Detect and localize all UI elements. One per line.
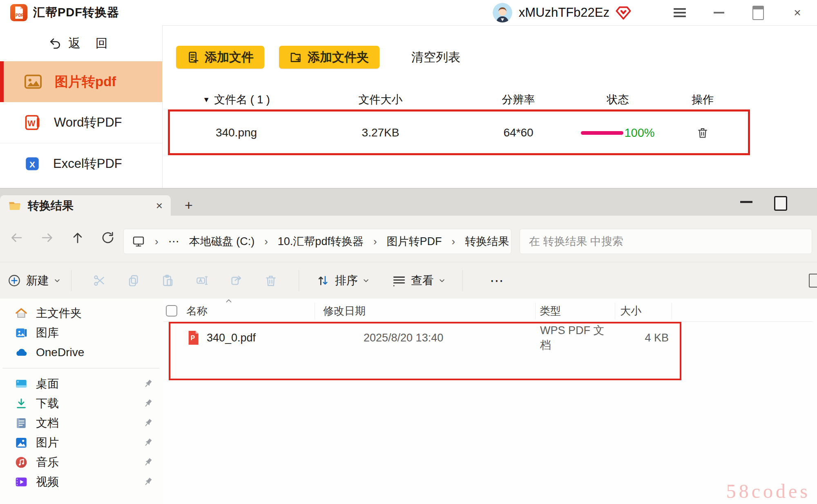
sidebar-item-pictures[interactable]: 图片	[0, 433, 163, 453]
svg-text:P: P	[191, 335, 195, 341]
delete-row-button[interactable]	[696, 127, 709, 139]
column-filename[interactable]: ▼ 文件名 ( 1 )	[168, 92, 305, 107]
details-pane-button[interactable]	[809, 274, 817, 288]
nav-refresh-button[interactable]	[100, 230, 115, 245]
file-type: WPS PDF 文档	[535, 323, 615, 352]
desktop-icon	[15, 377, 28, 390]
more-options-button[interactable]: ⋯	[490, 272, 505, 289]
select-all-checkbox[interactable]	[166, 305, 177, 317]
file-date: 2025/8/20 13:40	[315, 332, 535, 344]
file-row[interactable]: P 340_0.pdf 2025/8/20 13:40 WPS PDF 文档 4…	[163, 323, 813, 352]
excel-icon: X	[24, 155, 41, 172]
view-lines-icon	[392, 274, 406, 288]
close-button[interactable]: ×	[778, 0, 817, 25]
menu-button[interactable]	[660, 0, 699, 25]
sidebar-item-label: 主文件夹	[36, 306, 82, 321]
tab-close-icon[interactable]: ×	[156, 199, 163, 212]
onedrive-cloud-icon	[15, 346, 28, 359]
file-explorer-window: 转换结果 × +	[0, 188, 817, 504]
vip-badge-icon[interactable]	[615, 4, 632, 21]
pdf-converter-window: PDF 汇帮PDF转换器 xMUzhTFb22Ez	[0, 0, 817, 188]
nav-up-button[interactable]	[70, 230, 85, 245]
column-date-modified[interactable]: 修改日期	[315, 303, 535, 319]
column-action[interactable]: 操作	[655, 92, 750, 107]
gallery-icon	[15, 326, 28, 339]
table-row[interactable]: 340.png 3.27KB 64*60 100%	[168, 111, 750, 154]
tab-conversion-results[interactable]: 转换结果 ×	[0, 195, 171, 216]
svg-text:W: W	[28, 119, 36, 128]
new-tab-button[interactable]: +	[180, 196, 198, 214]
clear-list-button[interactable]: 清空列表	[411, 49, 460, 66]
explorer-minimize-button[interactable]	[740, 201, 752, 203]
divider	[2, 368, 159, 368]
address-bar[interactable]: › ⋯ 本地磁盘 (C:) › 10.汇帮pdf转换器 › 图片转PDF › 转…	[123, 229, 511, 254]
progress-bar	[581, 131, 623, 135]
column-status[interactable]: 状态	[580, 92, 655, 107]
chevron-right-icon: ›	[373, 235, 377, 248]
rename-icon	[196, 274, 209, 287]
minimize-button[interactable]	[699, 0, 739, 25]
document-icon	[15, 417, 28, 430]
nav-back-button[interactable]	[9, 230, 24, 245]
back-button[interactable]: 返 回	[0, 25, 162, 61]
sidebar-item-desktop[interactable]: 桌面	[0, 374, 163, 394]
delete-button	[254, 274, 288, 287]
column-type[interactable]: 类型	[535, 303, 615, 319]
add-file-icon	[187, 51, 200, 64]
user-avatar[interactable]	[493, 3, 512, 22]
column-name[interactable]: 名称	[163, 304, 315, 318]
this-pc-icon[interactable]	[132, 235, 145, 248]
breadcrumb-overflow[interactable]: ⋯	[168, 235, 179, 248]
explorer-body: 主文件夹 图库 OneDrive	[0, 299, 817, 504]
sidebar-item-documents[interactable]: 文档	[0, 413, 163, 433]
file-list: 名称 修改日期 类型 大小 P 340_0.pdf 2025/8/20 13:4…	[163, 299, 817, 504]
breadcrumb-item-app-folder[interactable]: 10.汇帮pdf转换器	[278, 234, 364, 249]
sidebar-item-home[interactable]: 主文件夹	[0, 303, 163, 323]
sidebar-item-word-to-pdf[interactable]: W Word转PDF	[0, 102, 162, 143]
row-resolution: 64*60	[456, 126, 580, 139]
pin-icon	[142, 398, 154, 409]
pdf-file-icon: P	[186, 330, 200, 346]
paste-icon	[161, 274, 174, 287]
sidebar-item-downloads[interactable]: 下载	[0, 394, 163, 413]
sidebar-item-label: OneDrive	[36, 346, 84, 359]
app-logo-icon: PDF	[10, 4, 27, 21]
sidebar-item-gallery[interactable]: 图库	[0, 323, 163, 343]
breadcrumb-item-image-to-pdf[interactable]: 图片转PDF	[387, 234, 442, 249]
search-input[interactable]: 在 转换结果 中搜索	[520, 229, 812, 254]
explorer-navrow: › ⋯ 本地磁盘 (C:) › 10.汇帮pdf转换器 › 图片转PDF › 转…	[0, 216, 817, 262]
add-folder-button[interactable]: 添加文件夹	[279, 46, 379, 69]
sort-label: 排序	[335, 273, 358, 288]
view-button[interactable]: 查看	[392, 273, 445, 288]
maximize-button[interactable]	[739, 0, 778, 25]
sidebar-item-image-to-pdf[interactable]: 图片转pdf	[0, 61, 162, 102]
breadcrumb-item-drive[interactable]: 本地磁盘 (C:)	[189, 234, 254, 249]
video-icon	[15, 475, 28, 488]
watermark: 58codes	[726, 480, 810, 502]
nav-forward-button[interactable]	[40, 230, 55, 245]
add-file-label: 添加文件	[205, 49, 254, 66]
sidebar-item-label: Word转PDF	[54, 114, 122, 131]
new-label: 新建	[26, 273, 49, 288]
add-file-button[interactable]: 添加文件	[176, 46, 264, 69]
sidebar-item-onedrive[interactable]: OneDrive	[0, 343, 163, 362]
sort-button[interactable]: 排序	[316, 273, 369, 288]
sidebar-item-label: Excel转PDF	[53, 155, 122, 172]
share-icon	[230, 274, 243, 287]
file-list-header: 名称 修改日期 类型 大小	[163, 300, 813, 322]
copy-button	[116, 274, 151, 287]
column-filesize[interactable]: 文件大小	[305, 92, 456, 107]
explorer-maximize-button[interactable]	[774, 196, 787, 211]
breadcrumb-item-results[interactable]: 转换结果	[465, 234, 509, 249]
sidebar-item-videos[interactable]: 视频	[0, 472, 163, 492]
sidebar-item-label: 桌面	[36, 376, 59, 392]
sidebar-item-label: 图库	[36, 325, 59, 341]
cut-button	[82, 274, 116, 287]
sort-desc-icon: ▼	[203, 96, 210, 104]
column-resolution[interactable]: 分辨率	[456, 92, 580, 107]
new-button[interactable]: 新建	[7, 273, 60, 288]
column-size[interactable]: 大小	[615, 303, 672, 319]
sidebar-item-music[interactable]: 音乐	[0, 453, 163, 472]
row-filename: 340.png	[168, 126, 305, 139]
sidebar-item-excel-to-pdf[interactable]: X Excel转PDF	[0, 143, 162, 184]
